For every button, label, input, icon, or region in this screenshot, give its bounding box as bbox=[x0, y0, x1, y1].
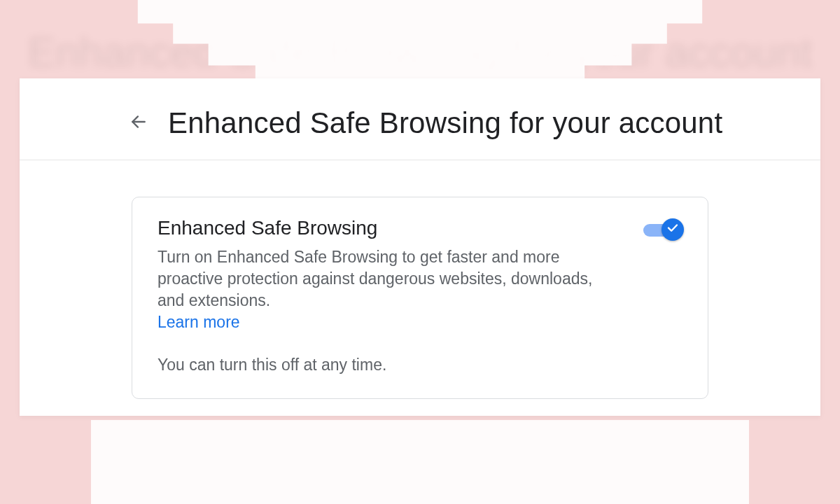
card-description: Turn on Enhanced Safe Browsing to get fa… bbox=[158, 246, 615, 312]
enhanced-safe-browsing-card: Enhanced Safe Browsing Turn on Enhanced … bbox=[132, 197, 708, 399]
decorative-bottom-strip bbox=[91, 420, 749, 504]
page-title: Enhanced Safe Browsing for your account bbox=[168, 106, 722, 140]
card-title: Enhanced Safe Browsing bbox=[158, 217, 615, 239]
back-button[interactable] bbox=[125, 109, 153, 137]
enhanced-safe-browsing-toggle[interactable] bbox=[643, 220, 682, 239]
arrow-left-icon bbox=[130, 113, 148, 134]
toggle-thumb bbox=[662, 218, 684, 241]
card-text-block: Enhanced Safe Browsing Turn on Enhanced … bbox=[158, 217, 615, 374]
learn-more-link[interactable]: Learn more bbox=[158, 313, 240, 332]
decorative-torn-edge bbox=[126, 0, 714, 84]
background-ghost-title: Enhanced Safe Browsing for your account bbox=[0, 28, 840, 76]
card-note: You can turn this off at any time. bbox=[158, 356, 615, 374]
checkmark-icon bbox=[666, 222, 679, 237]
settings-panel: Enhanced Safe Browsing for your account … bbox=[20, 78, 820, 416]
panel-header: Enhanced Safe Browsing for your account bbox=[20, 78, 820, 160]
